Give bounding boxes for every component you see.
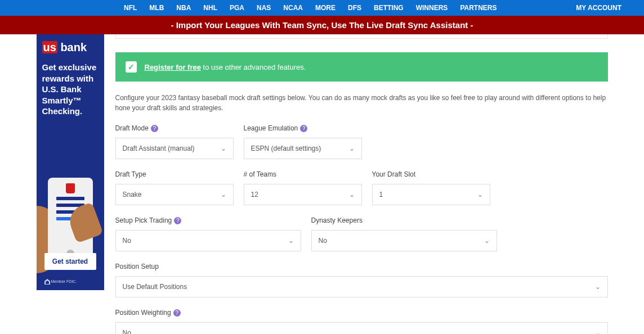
label-pick-trading: Setup Pick Trading? bbox=[115, 216, 301, 224]
nav-partners[interactable]: PARTNERS bbox=[460, 4, 497, 12]
select-position-setup[interactable]: Use Default Positions⌄ bbox=[115, 276, 608, 297]
ad-illustration bbox=[37, 161, 104, 262]
label-dynasty-keepers: Dynasty Keepers bbox=[311, 216, 497, 224]
sidebar-ad[interactable]: us bank Get exclusive rewards with U.S. … bbox=[37, 34, 104, 290]
chevron-down-icon: ⌄ bbox=[595, 329, 601, 334]
nav-nas[interactable]: NAS bbox=[257, 4, 271, 12]
register-link[interactable]: Register for free bbox=[145, 63, 201, 71]
check-icon: ✓ bbox=[126, 61, 137, 73]
page-description: Configure your 2023 fantasy baseball moc… bbox=[115, 93, 608, 113]
main-content: ✓ Register for free to use other advance… bbox=[115, 34, 608, 334]
ad-footer: Member FDIC. bbox=[44, 279, 77, 285]
nav-winners[interactable]: WINNERS bbox=[416, 4, 448, 12]
select-position-weighting[interactable]: No⌄ bbox=[115, 322, 608, 334]
select-draft-type[interactable]: Snake⌄ bbox=[115, 184, 234, 205]
announcement-bar[interactable]: - Import Your Leagues With Team Sync, Us… bbox=[0, 16, 644, 34]
nav-nfl[interactable]: NFL bbox=[124, 4, 137, 12]
chevron-down-icon: ⌄ bbox=[595, 283, 601, 291]
label-position-setup: Position Setup bbox=[115, 263, 608, 270]
nav-ncaa[interactable]: NCAA bbox=[283, 4, 303, 12]
label-num-teams: # of Teams bbox=[244, 170, 362, 178]
help-icon[interactable]: ? bbox=[174, 217, 181, 224]
top-nav: NFL MLB NBA NHL PGA NAS NCAA MORE DFS BE… bbox=[0, 0, 644, 16]
select-num-teams[interactable]: 12⌄ bbox=[244, 184, 362, 205]
help-icon[interactable]: ? bbox=[151, 125, 158, 132]
select-dynasty-keepers[interactable]: No⌄ bbox=[311, 230, 497, 251]
help-icon[interactable]: ? bbox=[173, 309, 181, 317]
nav-nhl[interactable]: NHL bbox=[203, 4, 217, 12]
label-league-emulation: League Emulation? bbox=[244, 124, 362, 132]
ad-logo: us bank bbox=[42, 41, 99, 54]
label-draft-mode: Draft Mode? bbox=[115, 124, 234, 132]
label-draft-slot: Your Draft Slot bbox=[372, 170, 490, 178]
nav-nba[interactable]: NBA bbox=[176, 4, 191, 12]
label-draft-type: Draft Type bbox=[115, 170, 234, 178]
nav-dfs[interactable]: DFS bbox=[348, 4, 361, 12]
chevron-down-icon: ⌄ bbox=[349, 145, 355, 152]
help-icon[interactable]: ? bbox=[300, 125, 307, 132]
nav-pga[interactable]: PGA bbox=[230, 4, 244, 12]
select-draft-mode[interactable]: Draft Assistant (manual)⌄ bbox=[115, 138, 234, 159]
select-league-emulation[interactable]: ESPN (default settings)⌄ bbox=[244, 138, 362, 159]
nav-mlb[interactable]: MLB bbox=[149, 4, 164, 12]
sidebar: us bank Get exclusive rewards with U.S. … bbox=[37, 34, 104, 334]
top-nav-left: NFL MLB NBA NHL PGA NAS NCAA MORE DFS BE… bbox=[124, 4, 497, 12]
card-top-edge bbox=[115, 34, 608, 39]
ad-headline: Get exclusive rewards with U.S. Bank Sma… bbox=[42, 62, 99, 117]
chevron-down-icon: ⌄ bbox=[221, 145, 226, 152]
chevron-down-icon: ⌄ bbox=[288, 237, 294, 245]
nav-betting[interactable]: BETTING bbox=[374, 4, 404, 12]
chevron-down-icon: ⌄ bbox=[349, 191, 355, 198]
chevron-down-icon: ⌄ bbox=[477, 191, 483, 198]
ad-cta-button[interactable]: Get started bbox=[44, 253, 96, 270]
select-draft-slot[interactable]: 1⌄ bbox=[372, 184, 490, 205]
label-position-weighting: Position Weighting? bbox=[115, 309, 608, 317]
select-pick-trading[interactable]: No⌄ bbox=[115, 230, 301, 251]
nav-account[interactable]: MY ACCOUNT bbox=[576, 4, 621, 12]
equal-housing-icon bbox=[44, 279, 50, 285]
chevron-down-icon: ⌄ bbox=[484, 237, 490, 245]
chevron-down-icon: ⌄ bbox=[221, 191, 226, 198]
nav-more[interactable]: MORE bbox=[315, 4, 336, 12]
banner-text: Register for free to use other advanced … bbox=[145, 63, 306, 71]
register-banner: ✓ Register for free to use other advance… bbox=[115, 52, 608, 82]
